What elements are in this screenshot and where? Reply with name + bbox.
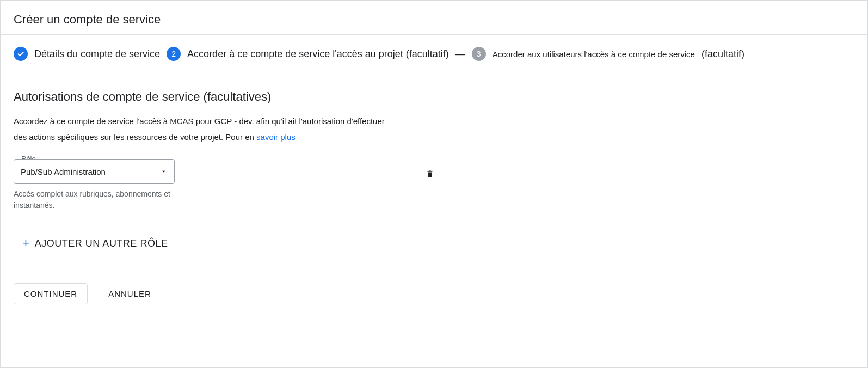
page-container: Créer un compte de service Détails du co… xyxy=(0,0,868,368)
add-role-button[interactable]: + AJOUTER UN AUTRE RÔLE xyxy=(22,237,854,249)
role-select[interactable]: Pub/Sub Administration xyxy=(14,159,175,184)
role-field: Rôle Pub/Sub Administration xyxy=(14,159,175,184)
section-description: Accordez à ce compte de service l'accès … xyxy=(14,114,395,145)
delete-role-button[interactable] xyxy=(422,164,438,182)
step-3-label: Accorder aux utilisateurs l'accès à ce c… xyxy=(493,50,695,59)
continue-button[interactable]: CONTINUER xyxy=(14,283,88,304)
step-3-suffix: (facultatif) xyxy=(701,48,744,60)
learn-more-link[interactable]: savoir plus xyxy=(256,132,296,143)
role-row: Rôle Pub/Sub Administration Accès comple… xyxy=(14,159,438,211)
step-2-number: 2 xyxy=(167,47,181,61)
caret-down-icon xyxy=(160,168,168,175)
role-helper-text: Accès complet aux rubriques, abonnements… xyxy=(14,188,177,211)
cancel-button[interactable]: ANNULER xyxy=(108,289,151,298)
role-selected-value: Pub/Sub Administration xyxy=(21,167,106,176)
check-icon xyxy=(14,47,28,61)
page-title: Créer un compte de service xyxy=(14,13,854,27)
step-separator: — xyxy=(455,48,465,60)
page-header: Créer un compte de service xyxy=(1,1,867,34)
content-area: Autorisations de compte de service (facu… xyxy=(1,73,867,317)
step-2-label: Accorder à ce compte de service l'accès … xyxy=(187,48,449,60)
plus-icon: + xyxy=(22,237,29,249)
step-3[interactable]: 3 Accorder aux utilisateurs l'accès à ce… xyxy=(472,47,695,61)
add-role-label: AJOUTER UN AUTRE RÔLE xyxy=(35,238,168,249)
desc-text: Accordez à ce compte de service l'accès … xyxy=(14,116,385,142)
step-1[interactable]: Détails du compte de service xyxy=(14,47,160,61)
step-1-label: Détails du compte de service xyxy=(34,48,160,60)
section-title: Autorisations de compte de service (facu… xyxy=(14,90,854,104)
stepper: Détails du compte de service 2 Accorder … xyxy=(1,34,867,73)
trash-icon xyxy=(425,168,435,179)
role-field-column: Rôle Pub/Sub Administration Accès comple… xyxy=(14,159,177,211)
actions-row: CONTINUER ANNULER xyxy=(14,283,854,304)
step-2[interactable]: 2 Accorder à ce compte de service l'accè… xyxy=(167,47,449,61)
step-3-number: 3 xyxy=(472,47,486,61)
